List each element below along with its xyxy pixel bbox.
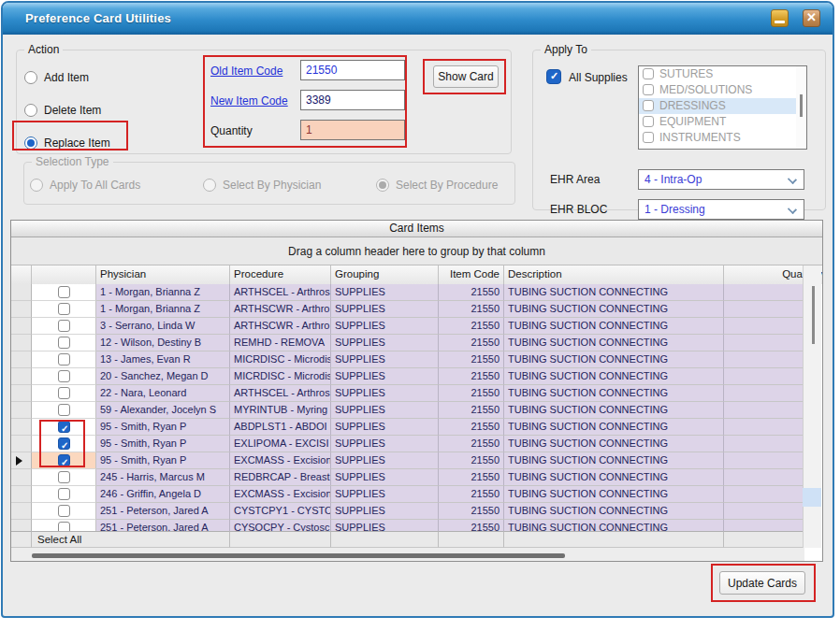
cell-item-code[interactable]: 21550 (439, 351, 504, 368)
horizontal-scrollbar[interactable] (11, 548, 804, 562)
cell-description[interactable]: TUBING SUCTION CONNECTING (504, 503, 724, 520)
unchecked-checkbox-icon[interactable] (58, 387, 70, 399)
cell-description[interactable]: TUBING SUCTION CONNECTING (504, 301, 724, 318)
cell-grouping[interactable]: SUPPLIES (331, 503, 439, 520)
unchecked-checkbox-icon[interactable] (58, 286, 70, 298)
table-row[interactable]: 251 - Peterson, Jared ACYSOCPY - Cystosc… (11, 520, 804, 531)
cell-description[interactable]: TUBING SUCTION CONNECTING (504, 335, 724, 351)
all-supplies-checkbox[interactable] (546, 69, 561, 84)
row-checkbox-cell[interactable] (32, 368, 96, 385)
row-checkbox-cell[interactable] (32, 486, 96, 503)
row-checkbox-cell[interactable] (32, 335, 96, 351)
cell-item-code[interactable]: 21550 (439, 301, 504, 318)
new-item-code-link[interactable]: New Item Code (210, 94, 288, 108)
cell-physician[interactable]: 13 - James, Evan R (96, 351, 230, 368)
cell-grouping[interactable]: SUPPLIES (331, 385, 439, 402)
horizontal-scroll-thumb[interactable] (32, 553, 565, 558)
cell-description[interactable]: TUBING SUCTION CONNECTING (504, 351, 724, 368)
cell-quantity[interactable] (724, 469, 804, 486)
table-row[interactable]: 3 - Serrano, Linda WARTHSCWR - ArthroSUP… (11, 318, 804, 335)
cell-grouping[interactable]: SUPPLIES (331, 335, 439, 351)
row-checkbox-cell[interactable] (32, 419, 96, 436)
cell-quantity[interactable] (724, 503, 804, 520)
row-checkbox-cell[interactable] (32, 520, 96, 531)
table-row[interactable]: 1 - Morgan, Brianna ZARTHSCWR - ArthroSU… (11, 301, 804, 318)
cell-quantity[interactable] (724, 486, 804, 503)
ehr-area-combo[interactable]: 4 - Intra-Op (638, 169, 804, 190)
cell-quantity[interactable] (724, 452, 804, 469)
cell-quantity[interactable] (724, 436, 804, 452)
radio-icon[interactable] (24, 136, 37, 150)
column-header-grouping[interactable]: Grouping (331, 265, 439, 284)
cell-physician[interactable]: 1 - Morgan, Brianna Z (96, 284, 230, 301)
row-checkbox-cell[interactable] (32, 385, 96, 402)
cell-item-code[interactable]: 21550 (439, 486, 504, 503)
cell-item-code[interactable]: 21550 (439, 402, 504, 419)
unchecked-checkbox-icon[interactable] (58, 303, 70, 315)
cell-grouping[interactable]: SUPPLIES (331, 318, 439, 335)
cell-description[interactable]: TUBING SUCTION CONNECTING (504, 419, 724, 436)
cell-description[interactable]: TUBING SUCTION CONNECTING (504, 452, 724, 469)
supply-list-scrollbar[interactable] (796, 66, 806, 149)
cell-description[interactable]: TUBING SUCTION CONNECTING (504, 368, 724, 385)
table-row[interactable]: 13 - James, Evan RMICRDISC - MicrodisSUP… (11, 351, 804, 368)
cell-quantity[interactable] (724, 402, 804, 419)
radio-icon[interactable] (24, 104, 37, 117)
vertical-scroll-thumb[interactable] (812, 286, 815, 344)
cell-physician[interactable]: 95 - Smith, Ryan P (96, 436, 230, 452)
minimize-button[interactable] (771, 9, 789, 27)
cell-grouping[interactable]: SUPPLIES (331, 351, 439, 368)
cell-quantity[interactable] (724, 351, 804, 368)
quantity-input[interactable] (300, 120, 405, 140)
row-checkbox-cell[interactable] (32, 436, 96, 452)
table-row[interactable]: 22 - Nara, LeonardARTHSCEL - ArthrosSUPP… (11, 385, 804, 402)
cell-quantity[interactable] (724, 520, 804, 531)
cell-physician[interactable]: 59 - Alexander, Jocelyn S (96, 402, 230, 419)
cell-grouping[interactable]: SUPPLIES (331, 486, 439, 503)
cell-procedure[interactable]: CYSTCPY1 - CYSTO (230, 503, 331, 520)
cell-procedure[interactable]: EXCMASS - Excision (230, 486, 331, 503)
unchecked-checkbox-icon[interactable] (58, 404, 70, 416)
cell-grouping[interactable]: SUPPLIES (331, 452, 439, 469)
unchecked-checkbox-icon[interactable] (58, 488, 70, 500)
checked-checkbox-icon[interactable] (58, 437, 70, 450)
column-header-description[interactable]: Description (504, 265, 724, 284)
table-row[interactable]: 1 - Morgan, Brianna ZARTHSCEL - ArthrosS… (11, 284, 804, 301)
ehr-bloc-combo[interactable]: 1 - Dressing (638, 199, 804, 220)
cell-procedure[interactable]: ARTHSCWR - Arthro (230, 301, 331, 318)
unchecked-checkbox-icon[interactable] (58, 471, 70, 483)
table-row[interactable]: 20 - Sanchez, Megan DMICRDISC - Microdis… (11, 368, 804, 385)
cell-procedure[interactable]: CYSOCPY - Cystosc (230, 520, 331, 531)
close-button[interactable]: ✕ (803, 9, 820, 27)
cell-quantity[interactable] (724, 368, 804, 385)
cell-quantity[interactable] (724, 335, 804, 351)
unchecked-checkbox-icon[interactable] (58, 522, 70, 531)
table-row[interactable]: 95 - Smith, Ryan PABDPLST1 - ABDOISUPPLI… (11, 419, 804, 436)
cell-quantity[interactable] (724, 318, 804, 335)
cell-item-code[interactable]: 21550 (439, 385, 504, 402)
cell-grouping[interactable]: SUPPLIES (331, 301, 439, 318)
table-row[interactable]: 95 - Smith, Ryan PEXLIPOMA - EXCISISUPPL… (11, 436, 804, 452)
cell-procedure[interactable]: EXCMASS - Excision (230, 452, 331, 469)
cell-physician[interactable]: 95 - Smith, Ryan P (96, 419, 230, 436)
column-header-procedure[interactable]: Procedure (230, 265, 331, 284)
cell-grouping[interactable]: SUPPLIES (331, 469, 439, 486)
cell-item-code[interactable]: 21550 (439, 335, 504, 351)
old-item-code-input[interactable] (300, 60, 405, 80)
old-item-code-link[interactable]: Old Item Code (210, 65, 282, 78)
cell-procedure[interactable]: ARTHSCEL - Arthros (230, 284, 331, 301)
checked-checkbox-icon[interactable] (58, 421, 70, 433)
cell-procedure[interactable]: MICRDISC - Microdis (230, 351, 331, 368)
table-row[interactable]: 59 - Alexander, Jocelyn SMYRINTUB - Myri… (11, 402, 804, 419)
table-row[interactable]: 245 - Harris, Marcus MREDBRCAP - BreastS… (11, 469, 804, 486)
cell-grouping[interactable]: SUPPLIES (331, 436, 439, 452)
cell-item-code[interactable]: 21550 (439, 469, 504, 486)
table-row[interactable]: 12 - Wilson, Destiny BREMHD - REMOVASUPP… (11, 335, 804, 351)
cell-physician[interactable]: 246 - Griffin, Angela D (96, 486, 230, 503)
cell-physician[interactable]: 95 - Smith, Ryan P (96, 452, 230, 469)
select-all-button[interactable]: Select All (32, 531, 230, 548)
cell-item-code[interactable]: 21550 (439, 452, 504, 469)
cell-procedure[interactable]: ARTHSCEL - Arthros (230, 385, 331, 402)
cell-quantity[interactable] (724, 301, 804, 318)
column-header-blank[interactable] (11, 265, 32, 284)
